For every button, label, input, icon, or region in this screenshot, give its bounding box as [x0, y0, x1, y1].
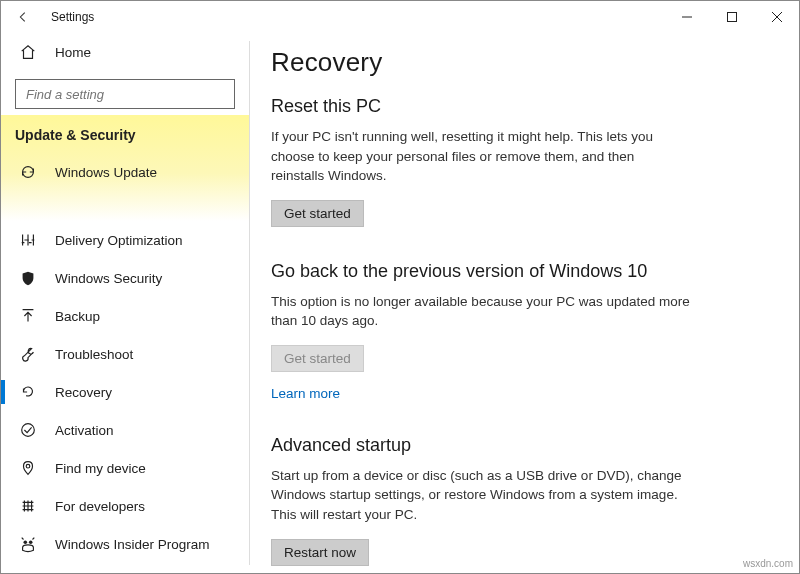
section-heading: Advanced startup: [271, 435, 759, 456]
goback-get-started-button: Get started: [271, 345, 364, 372]
back-button[interactable]: [7, 1, 39, 33]
page-title: Recovery: [271, 47, 759, 78]
svg-rect-1: [727, 13, 736, 22]
content-area: Recovery Reset this PC If your PC isn't …: [249, 33, 799, 573]
section-description: This option is no longer available becau…: [271, 292, 691, 331]
section-description: If your PC isn't running well, resetting…: [271, 127, 691, 186]
svg-point-9: [29, 540, 33, 544]
sidebar-item-label: Delivery Optimization: [55, 233, 183, 248]
sidebar-item-troubleshoot[interactable]: Troubleshoot: [1, 335, 249, 373]
sidebar-item-label: Recovery: [55, 385, 112, 400]
sidebar-item-label: For developers: [55, 499, 145, 514]
location-icon: [19, 459, 37, 477]
watermark: wsxdn.com: [743, 558, 793, 569]
search-input[interactable]: [15, 79, 235, 109]
title-bar: Settings: [1, 1, 799, 33]
section-heading: Go back to the previous version of Windo…: [271, 261, 759, 282]
recovery-icon: [19, 383, 37, 401]
sidebar-item-for-developers[interactable]: For developers: [1, 487, 249, 525]
sidebar: Home Update & Security Windows Update: [1, 33, 249, 573]
minimize-button[interactable]: [664, 1, 709, 33]
svg-point-8: [24, 540, 28, 544]
sidebar-item-recovery[interactable]: Recovery: [1, 373, 249, 411]
pane-divider: [249, 41, 250, 565]
section-description: Start up from a device or disc (such as …: [271, 466, 691, 525]
reset-get-started-button[interactable]: Get started: [271, 200, 364, 227]
close-button[interactable]: [754, 1, 799, 33]
restart-now-button[interactable]: Restart now: [271, 539, 369, 566]
home-icon: [19, 43, 37, 61]
maximize-button[interactable]: [709, 1, 754, 33]
svg-point-6: [22, 424, 35, 437]
sidebar-item-windows-security[interactable]: Windows Security: [1, 259, 249, 297]
reset-pc-section: Reset this PC If your PC isn't running w…: [271, 96, 759, 227]
search-field[interactable]: [24, 86, 226, 103]
advanced-startup-section: Advanced startup Start up from a device …: [271, 435, 759, 566]
sidebar-item-home[interactable]: Home: [1, 33, 249, 71]
sidebar-item-backup[interactable]: Backup: [1, 297, 249, 335]
sidebar-item-label: Backup: [55, 309, 100, 324]
sidebar-category: Update & Security: [1, 115, 249, 153]
learn-more-link[interactable]: Learn more: [271, 386, 340, 401]
sidebar-item-label: Windows Security: [55, 271, 162, 286]
sidebar-item-delivery-optimization[interactable]: Delivery Optimization: [1, 221, 249, 259]
backup-icon: [19, 307, 37, 325]
window-title: Settings: [51, 10, 94, 24]
sidebar-item-label: Troubleshoot: [55, 347, 133, 362]
sidebar-item-insider-program[interactable]: Windows Insider Program: [1, 525, 249, 563]
developers-icon: [19, 497, 37, 515]
sidebar-item-windows-update[interactable]: Windows Update: [1, 153, 249, 191]
sidebar-item-label: Home: [55, 45, 91, 60]
wrench-icon: [19, 345, 37, 363]
sidebar-item-label: Activation: [55, 423, 114, 438]
go-back-section: Go back to the previous version of Windo…: [271, 261, 759, 401]
section-heading: Reset this PC: [271, 96, 759, 117]
sidebar-item-label: Find my device: [55, 461, 146, 476]
sidebar-item-label: Windows Update: [55, 165, 157, 180]
insider-icon: [19, 535, 37, 553]
window-controls: [664, 1, 799, 33]
shield-icon: [19, 269, 37, 287]
svg-point-7: [26, 464, 30, 468]
sync-icon: [19, 163, 37, 181]
highlighted-section: Update & Security Windows Update: [1, 115, 249, 221]
sidebar-item-find-my-device[interactable]: Find my device: [1, 449, 249, 487]
delivery-icon: [19, 231, 37, 249]
sidebar-item-activation[interactable]: Activation: [1, 411, 249, 449]
sidebar-item-label: Windows Insider Program: [55, 537, 210, 552]
check-circle-icon: [19, 421, 37, 439]
